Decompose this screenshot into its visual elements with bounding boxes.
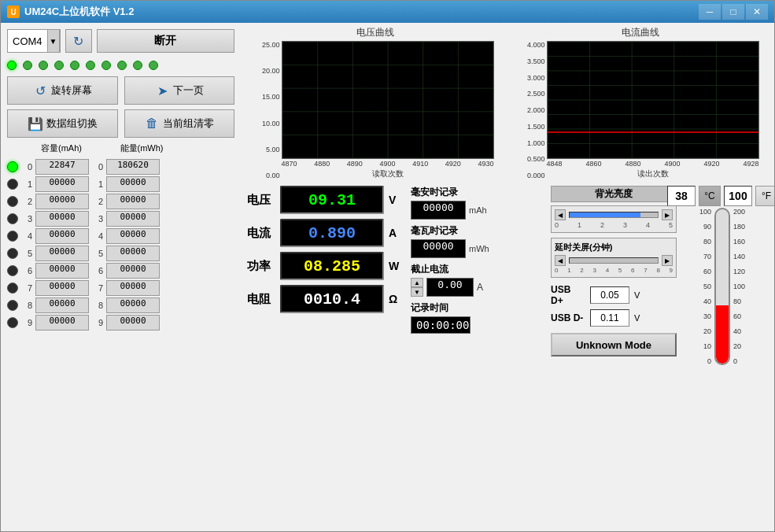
usb-dminus-label: USB D- [551, 312, 585, 323]
data-row-mwh-4: 00000 [106, 228, 160, 244]
led-2 [39, 61, 48, 70]
voltage-chart-title: 电压曲线 [356, 26, 394, 39]
data-row-led-2 [7, 196, 18, 207]
data-row-idx2-0: 0 [92, 162, 103, 172]
data-row-idx2-9: 9 [92, 318, 103, 327]
com-port-display: COM4 [8, 35, 47, 47]
data-table: 0228470180620100000100000200000200000300… [7, 159, 234, 331]
delay-slider-track[interactable] [569, 257, 659, 264]
current-xlabel: 读出次数 [547, 168, 759, 179]
refresh-button[interactable]: ↻ [65, 29, 92, 53]
delay-slider-left[interactable]: ◀ [555, 255, 566, 266]
data-row-mah-1: 00000 [35, 176, 89, 192]
data-row-led-9 [7, 317, 18, 328]
data-row-idx1-6: 6 [21, 266, 32, 275]
stop-current-up-button[interactable]: ▲ [411, 278, 423, 287]
data-row-led-0 [7, 161, 18, 172]
voltage-xlabel: 读取次数 [282, 168, 494, 179]
current-chart-container: 电流曲线 4.000 3.500 3.000 2.500 2.000 1.500… [512, 26, 768, 179]
thermometer-tube [714, 208, 730, 365]
delay-slider-right[interactable]: ▶ [662, 255, 673, 266]
com-port-dropdown[interactable]: ▼ [47, 29, 60, 53]
mah-record-row: 毫安时记录 00000 mAh [411, 186, 544, 220]
col1-header: 容量(mAh) [31, 142, 92, 154]
data-row-mah-7: 00000 [35, 280, 89, 296]
next-label: 下一页 [173, 83, 204, 98]
rotate-screen-button[interactable]: ↺ 旋转屏幕 [7, 76, 118, 105]
power-row: 功率 08.285 W [247, 252, 404, 280]
current-xaxis: 484848604880490049204928 [547, 160, 759, 168]
stop-current-down-button[interactable]: ▼ [411, 287, 423, 297]
col2-header: 能量(mWh) [111, 142, 172, 154]
data-row-mah-6: 00000 [35, 263, 89, 279]
mwh-label: 毫瓦时记录 [411, 224, 489, 238]
data-row-mah-5: 00000 [35, 246, 89, 261]
voltage-unit: V [389, 194, 404, 206]
disconnect-button[interactable]: 断开 [97, 29, 234, 53]
app-icon: U [7, 6, 20, 18]
data-row-8: 800000800000 [7, 297, 234, 313]
data-row-mah-8: 00000 [35, 297, 89, 313]
current-value: 0.890 [308, 224, 356, 242]
data-row-5: 500000500000 [7, 246, 234, 261]
bottom-panel: 电压 09.31 V 电流 0.890 A 功率 [241, 183, 774, 531]
resistance-row: 电阻 0010.4 Ω [247, 285, 404, 313]
data-row-led-1 [7, 179, 18, 190]
usb-dplus-row: USB D+ 0.05 V [551, 284, 677, 306]
backlight-slider-right[interactable]: ▶ [662, 209, 673, 220]
current-chart-canvas [547, 41, 759, 159]
data-row-mwh-0: 180620 [106, 159, 160, 175]
clear-data-button[interactable]: 🗑 当前组清零 [124, 109, 235, 138]
maximize-button[interactable]: □ [722, 4, 744, 20]
data-row-7: 700000700000 [7, 280, 234, 296]
data-row-idx2-6: 6 [92, 266, 103, 275]
data-row-idx2-4: 4 [92, 231, 103, 241]
data-row-led-8 [7, 300, 18, 311]
data-row-idx1-4: 4 [21, 231, 32, 241]
backlight-slider-left[interactable]: ◀ [555, 209, 566, 220]
data-row-idx1-5: 5 [21, 249, 32, 258]
data-row-mah-3: 00000 [35, 211, 89, 227]
stop-value: 0.00 [426, 278, 474, 297]
voltage-yaxis: 25.00 20.00 15.00 10.00 5.00 0.00 [256, 41, 282, 179]
led-9 [149, 61, 158, 70]
delay-title: 延时关屏(分钟) [555, 242, 673, 253]
usb-dplus-label: USB D+ [551, 284, 585, 306]
switch-data-button[interactable]: 💾 数据组切换 [7, 109, 118, 138]
data-row-idx1-3: 3 [21, 214, 32, 224]
clear-icon: 🗑 [144, 116, 160, 131]
usb-panel: USB D+ 0.05 V USB D- 0.11 V Unknown Mode [551, 284, 677, 357]
current-chart-title: 电流曲线 [622, 26, 659, 39]
fahrenheit-value: 100 [724, 186, 752, 206]
backlight-usb-panel: 背光亮度 ◀ ▶ 012345 [551, 186, 677, 528]
celsius-value: 38 [667, 186, 696, 206]
data-row-led-4 [7, 231, 18, 242]
voltage-label: 电压 [247, 193, 275, 208]
mode-button[interactable]: Unknown Mode [551, 333, 677, 357]
led-1 [23, 61, 32, 70]
close-button[interactable]: ✕ [746, 4, 768, 20]
mah-unit: mAh [469, 205, 487, 215]
next-page-button[interactable]: ➤ 下一页 [124, 76, 235, 105]
thermometer-panel: 38 °C 100 °F 1009080706050403020100 [683, 186, 762, 528]
right-panel: 电压曲线 25.00 20.00 15.00 10.00 5.00 0.00 [241, 23, 774, 531]
power-unit: W [389, 260, 404, 272]
backlight-slider-fill [570, 212, 640, 217]
backlight-slider-track[interactable] [569, 212, 659, 218]
charts-area: 电压曲线 25.00 20.00 15.00 10.00 5.00 0.00 [241, 23, 774, 183]
mah-label: 毫安时记录 [411, 186, 487, 199]
celsius-button[interactable]: °C [699, 186, 721, 206]
rotate-icon: ↺ [32, 83, 48, 98]
usb-dplus-unit: V [634, 290, 640, 300]
resistance-unit: Ω [389, 293, 404, 305]
voltage-chart-canvas [282, 41, 494, 159]
title-bar: U UM24C上位机软件 V1.2 ─ □ ✕ [1, 1, 774, 23]
time-label: 记录时间 [411, 301, 544, 315]
led-0 [7, 61, 17, 70]
resistance-value-box: 0010.4 [280, 285, 384, 313]
led-3 [54, 61, 64, 70]
data-row-0: 0228470180620 [7, 159, 234, 175]
fahrenheit-button[interactable]: °F [755, 186, 774, 206]
minimize-button[interactable]: ─ [699, 4, 721, 20]
power-value: 08.285 [304, 257, 360, 275]
